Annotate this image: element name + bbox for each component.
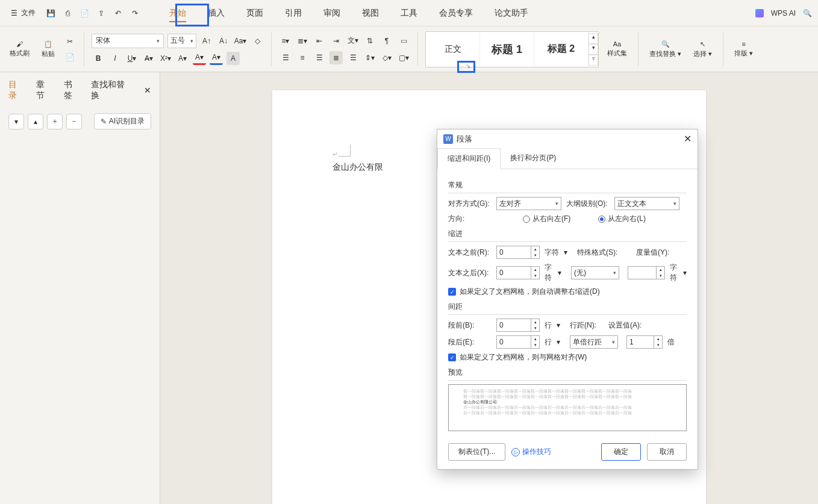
rtl-radio[interactable]: 从右向左(F) <box>523 214 570 224</box>
ai-label[interactable]: WPS AI <box>771 9 796 17</box>
font-family-select[interactable]: 宋体▾ <box>92 34 164 48</box>
before-para-spinner[interactable]: 0▴▾ <box>496 319 540 332</box>
tabs-button[interactable]: 制表位(T)... <box>448 443 505 461</box>
alignment-combo[interactable]: 左对齐▾ <box>496 197 561 210</box>
snap-grid-checkbox[interactable]: ✓如果定义了文档网格，则与网格对齐(W) <box>448 352 587 362</box>
copy-icon[interactable]: 📄 <box>63 51 76 64</box>
before-text-spinner[interactable]: 0▴▾ <box>496 246 540 259</box>
dialog-close-icon[interactable]: ✕ <box>684 133 692 145</box>
line-spacing-label: 行距(N): <box>570 320 604 331</box>
tab-member[interactable]: 会员专享 <box>428 2 484 25</box>
sidebar-tab-find[interactable]: 查找和替换 <box>91 79 133 101</box>
set-value-spinner[interactable]: 1▴▾ <box>626 335 663 349</box>
strikethrough-icon[interactable]: A̶▾ <box>142 52 155 65</box>
text-effect-icon[interactable]: A▾ <box>176 52 189 65</box>
style-heading2[interactable]: 标题 2 <box>534 33 589 66</box>
tab-insert[interactable]: 插入 <box>197 2 236 25</box>
toc-remove-icon[interactable]: － <box>66 114 82 129</box>
undo-icon[interactable]: ↶ <box>113 8 123 19</box>
ltr-radio[interactable]: 从左向右(L) <box>598 214 646 224</box>
toc-expand-icon[interactable]: ▾ <box>8 114 24 129</box>
text-direction-icon[interactable]: 文▾ <box>346 34 360 48</box>
line-spacing-icon[interactable]: ⇕▾ <box>363 51 376 64</box>
format-painter-button[interactable]: 🖌 格式刷 <box>6 38 33 60</box>
styles-more-icon[interactable]: ▿ <box>589 55 598 66</box>
select-button[interactable]: ↖ 选择 ▾ <box>690 38 716 61</box>
decrease-font-icon[interactable]: A↓ <box>217 34 230 48</box>
toc-collapse-icon[interactable]: ▴ <box>28 114 43 129</box>
cut-icon[interactable]: ✂ <box>63 35 76 48</box>
bullets-icon[interactable]: ≡▾ <box>279 34 292 48</box>
style-normal[interactable]: 正文 <box>426 33 480 66</box>
share-icon[interactable]: ⇪ <box>96 8 107 19</box>
measure-spinner[interactable]: ▴▾ <box>628 266 665 279</box>
sidebar-tab-bookmark[interactable]: 书签 <box>64 79 81 101</box>
increase-font-icon[interactable]: A↑ <box>200 34 213 48</box>
font-size-select[interactable]: 五号▾ <box>167 34 196 48</box>
tab-page[interactable]: 页面 <box>236 2 274 25</box>
fill-color-icon[interactable]: ◇▾ <box>380 51 393 64</box>
change-case-icon[interactable]: Aa▾ <box>234 34 247 48</box>
after-text-spinner[interactable]: 0▴▾ <box>496 266 540 279</box>
styles-set-button[interactable]: Aa 样式集 <box>604 38 631 60</box>
search-icon[interactable]: 🔍 <box>803 9 812 17</box>
styles-up-icon[interactable]: ▴ <box>589 33 598 44</box>
border-icon[interactable]: ▢▾ <box>397 51 410 64</box>
layout-button[interactable]: ≡ 排版 ▾ <box>731 38 757 60</box>
outline-combo[interactable]: 正文文本▾ <box>614 197 679 210</box>
clear-format-icon[interactable]: ◇ <box>251 34 264 48</box>
redo-icon[interactable]: ↷ <box>130 8 140 19</box>
preview-icon[interactable]: 📄 <box>79 8 90 19</box>
tab-thesis[interactable]: 论文助手 <box>484 2 539 25</box>
align-left-icon[interactable]: ☰ <box>279 51 292 64</box>
cancel-button[interactable]: 取消 <box>647 443 687 461</box>
sidebar-tab-chapter[interactable]: 章节 <box>36 79 53 101</box>
shading-icon[interactable]: A <box>226 52 240 65</box>
underline-icon[interactable]: U▾ <box>125 52 139 65</box>
tab-view[interactable]: 视图 <box>351 2 390 25</box>
dialog-tab-indent[interactable]: 缩进和间距(I) <box>437 148 501 169</box>
bold-icon[interactable]: B <box>92 52 105 65</box>
tab-start[interactable]: 开始 <box>158 2 197 25</box>
tab-reference[interactable]: 引用 <box>274 2 313 25</box>
show-marks-icon[interactable]: ¶ <box>380 34 393 48</box>
file-menu[interactable]: ☰ 文件 <box>6 5 40 20</box>
dialog-title-label: 段落 <box>457 134 472 145</box>
print-icon[interactable]: ⎙ <box>62 8 73 19</box>
sidebar-close-icon[interactable]: ✕ <box>144 86 151 95</box>
increase-indent-icon[interactable]: ⇥ <box>329 34 343 48</box>
find-replace-button[interactable]: 🔍 查找替换 ▾ <box>646 38 685 61</box>
ai-toc-label: AI识别目录 <box>109 116 145 126</box>
align-right-icon[interactable]: ☰ <box>313 51 326 64</box>
styles-down-icon[interactable]: ▾ <box>589 44 598 55</box>
decrease-indent-icon[interactable]: ⇤ <box>313 34 326 48</box>
align-justify-icon[interactable]: ≣ <box>329 51 343 64</box>
ai-toc-button[interactable]: ✎ AI识别目录 <box>94 113 151 129</box>
line-spacing-combo[interactable]: 单倍行距▾ <box>570 335 618 349</box>
page-break-icon[interactable]: ▭ <box>397 34 410 48</box>
style-heading1[interactable]: 标题 1 <box>480 33 534 66</box>
sort-icon[interactable]: ⇅ <box>363 34 376 48</box>
align-center-icon[interactable]: ≡ <box>296 51 309 64</box>
after-para-spinner[interactable]: 0▴▾ <box>496 335 540 349</box>
save-icon[interactable]: 💾 <box>45 8 56 19</box>
numbering-icon[interactable]: ≣▾ <box>296 34 309 48</box>
paragraph-launcher-icon[interactable]: ↘ <box>466 63 470 69</box>
auto-indent-checkbox[interactable]: ✓如果定义了文档网格，则自动调整右缩进(D) <box>448 287 600 297</box>
superscript-icon[interactable]: X²▾ <box>159 52 172 65</box>
special-format-combo[interactable]: (无)▾ <box>571 266 619 279</box>
toc-add-icon[interactable]: ＋ <box>47 114 63 129</box>
italic-icon[interactable]: I <box>108 52 122 65</box>
font-color-icon[interactable]: A▾ <box>210 52 223 65</box>
ok-button[interactable]: 确定 <box>601 443 641 461</box>
styles-gallery[interactable]: 正文 标题 1 标题 2 ▴ ▾ ▿ <box>425 31 599 67</box>
dialog-tab-pagination[interactable]: 换行和分页(P) <box>501 148 566 169</box>
highlight-icon[interactable]: A▾ <box>193 52 206 65</box>
tips-link[interactable]: ▷操作技巧 <box>511 447 551 457</box>
tab-tools[interactable]: 工具 <box>390 2 428 25</box>
tab-review[interactable]: 审阅 <box>313 2 351 25</box>
layout-icon: ≡ <box>742 40 745 48</box>
paste-button[interactable]: 📋 粘贴 <box>38 38 58 61</box>
align-distribute-icon[interactable]: ☰ <box>346 51 360 64</box>
sidebar-tab-toc[interactable]: 目录 <box>8 79 25 101</box>
